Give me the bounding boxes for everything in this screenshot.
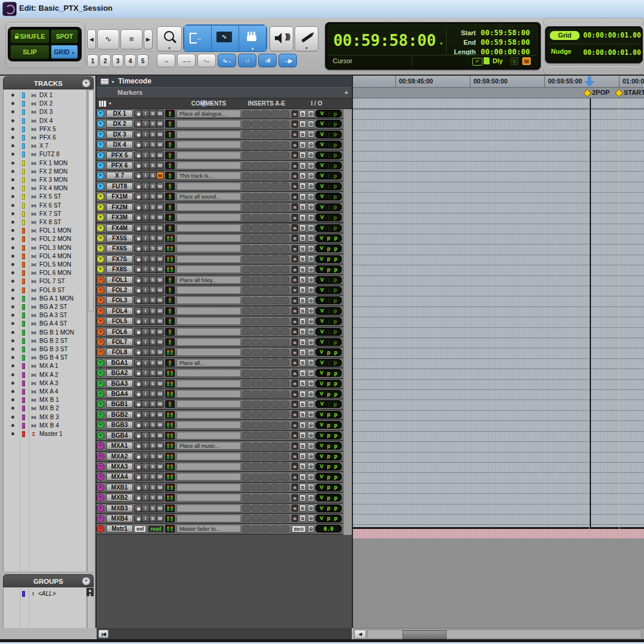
insert-slot[interactable] (252, 504, 261, 512)
solo-button[interactable]: S (150, 287, 156, 293)
insert-slot[interactable] (271, 182, 280, 190)
insert-slot[interactable] (252, 255, 261, 262)
insert-slot[interactable] (271, 432, 280, 439)
track-collapse-button[interactable]: ▼ (97, 348, 104, 356)
solo-button[interactable]: S (150, 422, 156, 428)
insert-slot[interactable] (242, 266, 251, 273)
record-enable-button[interactable] (135, 141, 141, 148)
record-enable-button[interactable] (135, 172, 141, 179)
insert-slot[interactable] (261, 162, 270, 169)
track-comment[interactable] (177, 234, 241, 242)
input-monitor-button[interactable]: I (142, 411, 148, 418)
insert-slot[interactable] (261, 463, 270, 470)
pan-icon[interactable]: ⊕ (308, 276, 314, 283)
mute-button[interactable]: M (157, 432, 163, 439)
track-comment[interactable]: Place all sound... (177, 193, 241, 200)
insert-slot[interactable] (252, 172, 261, 179)
counter-dropdown-icon[interactable]: ▼ (439, 41, 444, 47)
track-collapse-button[interactable]: ▼ (97, 473, 104, 481)
mute-button[interactable]: M (157, 172, 163, 179)
track-collapse-button[interactable]: ▼ (97, 265, 104, 273)
insert-slot[interactable] (252, 401, 261, 408)
output-path-button[interactable]: S (299, 266, 306, 273)
zoom-toggle-button[interactable]: ↔ (157, 54, 175, 67)
markers-row-label[interactable]: Markers (117, 89, 143, 96)
insert-slot[interactable] (280, 182, 289, 190)
chevron-down-icon[interactable]: ▼ (111, 80, 115, 84)
insert-slot[interactable] (242, 297, 251, 304)
volume-pan-display[interactable]: Vpp (315, 515, 342, 522)
insert-slot[interactable] (252, 380, 261, 387)
insert-slot[interactable] (280, 318, 289, 325)
output-path-button[interactable]: S (299, 141, 306, 148)
sidebar-track-item[interactable]: ⋈FX 4 MON (4, 184, 87, 193)
insert-slot[interactable] (280, 193, 289, 200)
input-path-button[interactable]: n (292, 349, 298, 356)
volume-pan-display[interactable]: Vpp (315, 234, 342, 242)
insert-slot[interactable] (261, 266, 270, 273)
track-name[interactable]: PFX 6 (106, 162, 133, 169)
record-enable-button[interactable] (135, 277, 141, 283)
insert-slot[interactable] (261, 370, 270, 377)
solo-button[interactable]: S (150, 235, 156, 242)
volume-pan-display[interactable]: Vpp (315, 504, 342, 512)
input-monitor-button[interactable]: I (142, 120, 148, 127)
mute-button[interactable]: M (157, 422, 163, 428)
insert-slot[interactable] (242, 120, 251, 128)
volume-pan-display[interactable]: Vpp (315, 453, 342, 460)
track-name[interactable]: FOL7 (106, 338, 133, 346)
track-name[interactable]: FX1M (106, 193, 133, 200)
insert-slot[interactable] (280, 120, 289, 128)
output-path-button[interactable]: S (299, 297, 306, 304)
insert-slot[interactable] (280, 463, 289, 470)
insert-slot[interactable] (271, 162, 280, 169)
output-path-button[interactable]: S (299, 172, 306, 179)
pan-icon[interactable]: ⊕ (308, 359, 314, 366)
insert-slot[interactable] (271, 328, 280, 335)
input-path-button[interactable]: n (292, 182, 298, 190)
insert-slot[interactable] (261, 504, 270, 512)
input-path-button[interactable]: n (292, 297, 298, 304)
insert-slot[interactable] (242, 370, 251, 377)
insert-slot[interactable] (280, 525, 289, 532)
insert-slot[interactable] (271, 525, 280, 532)
insert-slot[interactable] (261, 276, 270, 283)
track-collapse-button[interactable]: ▼ (97, 400, 104, 408)
pan-icon[interactable]: ⊕ (308, 370, 314, 377)
sidebar-track-item[interactable]: ΣMaster 1 (4, 430, 87, 438)
track-name[interactable]: BGA4 (106, 390, 133, 398)
track-collapse-button[interactable]: ▼ (97, 224, 104, 232)
track-name[interactable]: MXA2 (106, 453, 133, 460)
sort-az-icon[interactable]: az (86, 588, 94, 596)
add-marker-button[interactable]: + (345, 89, 348, 96)
insert-slot[interactable] (242, 328, 251, 335)
input-monitor-button[interactable]: I (142, 370, 148, 376)
mute-button[interactable]: M (157, 110, 163, 117)
sidebar-track-item[interactable]: ⋈MX B 2 (4, 404, 87, 413)
nudge-value[interactable]: 00:00:00:01.00 (583, 48, 641, 57)
insert-slot[interactable] (252, 182, 261, 190)
track-name[interactable]: FOL6 (106, 328, 133, 336)
input-monitor-button[interactable]: I (142, 245, 148, 252)
mute-button[interactable]: M (157, 204, 163, 210)
output-path-button[interactable]: S (299, 110, 306, 117)
sidebar-track-item[interactable]: ⋈FX 1 MON (4, 159, 87, 168)
tab-to-transient-button[interactable]: →← (177, 54, 196, 67)
insert-slot[interactable] (242, 131, 251, 138)
input-path-button[interactable]: n (292, 276, 298, 283)
pan-icon[interactable]: ⊕ (308, 203, 314, 210)
solo-button[interactable]: S (150, 172, 156, 179)
insert-slot[interactable] (271, 203, 280, 210)
end-value[interactable]: 00:59:58:00 (481, 38, 530, 47)
track-name[interactable]: FOL5 (106, 317, 133, 325)
insert-slot[interactable] (261, 339, 270, 346)
volume-pan-display[interactable]: V|p (315, 328, 342, 336)
insert-slot[interactable] (271, 318, 280, 325)
output-path-button[interactable]: S (299, 401, 306, 408)
volume-pan-display[interactable]: Vpp (315, 255, 342, 263)
track-collapse-button[interactable]: ▼ (97, 338, 104, 346)
insert-slot[interactable] (271, 276, 280, 283)
volume-pan-display[interactable]: V|p (315, 182, 342, 190)
track-collapse-button[interactable]: ▼ (97, 141, 104, 148)
input-monitor-button[interactable]: I (142, 308, 148, 314)
